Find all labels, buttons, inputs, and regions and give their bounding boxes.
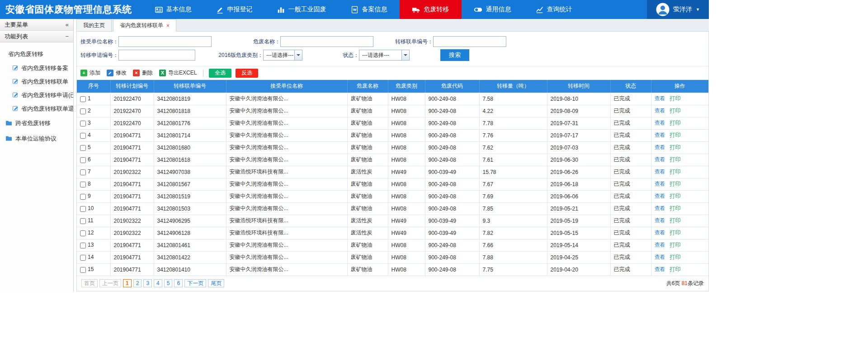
minimize-panel-icon[interactable]: − [65, 33, 69, 40]
print-link[interactable]: 打印 [670, 95, 681, 102]
view-link[interactable]: 查看 [655, 156, 665, 163]
pager-prev-button[interactable]: 上一页 [99, 279, 121, 287]
select-all-button[interactable]: 全选 [209, 69, 231, 78]
col-header-amount: 转移量（吨） [479, 80, 547, 93]
sidebar-item-transport-agreement[interactable]: 本单位运输协议 [0, 131, 73, 146]
collapse-sidebar-icon[interactable]: « [66, 21, 69, 28]
sidebar-item-transfer-apply[interactable]: 省内危废转移申请(已... [0, 89, 73, 102]
row-checkbox[interactable] [80, 243, 86, 248]
category-select-value: ---请选择--- [264, 50, 294, 60]
pager-last-button[interactable]: 尾页 [208, 279, 224, 287]
nav-item-hazwaste-transfer[interactable]: 危废转移 [400, 0, 462, 19]
print-link[interactable]: 打印 [670, 156, 681, 163]
receiver-name-input[interactable] [118, 36, 212, 47]
nav-item-query-statistics[interactable]: 查询统计 [524, 0, 585, 19]
tab-transfer-manifest[interactable]: 省内危废转移联单 × [113, 19, 176, 32]
search-button[interactable]: 搜索 [440, 49, 469, 61]
invert-selection-button[interactable]: 反选 [236, 69, 258, 78]
manifest-no-input[interactable] [433, 36, 506, 47]
row-checkbox[interactable] [80, 230, 86, 236]
view-link[interactable]: 查看 [655, 230, 665, 236]
cell-date: 2019-07-17 [547, 129, 610, 141]
pager-first-button[interactable]: 首页 [81, 279, 98, 287]
row-checkbox[interactable] [80, 206, 86, 212]
print-link[interactable]: 打印 [670, 205, 681, 211]
row-checkbox[interactable] [80, 194, 86, 200]
status-select[interactable]: ---请选择--- [359, 50, 410, 61]
action-toolbar: + 添加 修改 × 删除 X 导出EXCEL [77, 66, 708, 80]
view-link[interactable]: 查看 [655, 242, 665, 248]
print-link[interactable]: 打印 [670, 266, 681, 272]
print-link[interactable]: 打印 [670, 108, 681, 114]
nav-item-filing-info[interactable]: W 备案信息 [339, 0, 400, 19]
print-link[interactable]: 打印 [670, 254, 681, 260]
print-link[interactable]: 打印 [670, 193, 681, 199]
view-link[interactable]: 查看 [655, 181, 665, 187]
pager-page-5[interactable]: 5 [164, 279, 173, 287]
view-link[interactable]: 查看 [655, 120, 665, 126]
view-link[interactable]: 查看 [655, 254, 665, 260]
sidebar-item-cross-province-transfer[interactable]: 跨省危废转移 [0, 116, 73, 131]
print-link[interactable]: 打印 [670, 181, 681, 187]
print-link[interactable]: 打印 [670, 169, 681, 175]
row-checkbox[interactable] [80, 267, 86, 273]
export-excel-button[interactable]: X 导出EXCEL [159, 69, 197, 77]
waste-name-input[interactable] [280, 36, 373, 47]
add-button[interactable]: + 添加 [80, 69, 100, 77]
pager-page-3[interactable]: 3 [143, 279, 152, 287]
row-checkbox[interactable] [80, 157, 86, 163]
user-menu[interactable]: 萤洋洋 ▼ [647, 0, 709, 19]
row-checkbox[interactable] [80, 145, 86, 151]
sidebar-item-manifest-return[interactable]: 省内危废转移联单退... [0, 102, 73, 116]
chevron-down-icon[interactable] [294, 50, 302, 60]
view-link[interactable]: 查看 [655, 132, 665, 138]
nav-item-basic-info[interactable]: 基本信息 [143, 0, 204, 19]
delete-button[interactable]: × 删除 [133, 69, 153, 77]
view-link[interactable]: 查看 [655, 266, 665, 272]
nav-item-general-info[interactable]: 通用信息 [462, 0, 524, 19]
print-link[interactable]: 打印 [670, 144, 681, 150]
row-checkbox[interactable] [80, 218, 86, 224]
view-link[interactable]: 查看 [655, 95, 665, 102]
cell-operations: 查看打印 [651, 105, 708, 117]
sidebar-item-transfer-manifest[interactable]: 省内危废转移联单 [0, 75, 73, 89]
cell-manifest-no: 34124906295 [154, 215, 226, 227]
pager-next-button[interactable]: 下一页 [184, 279, 206, 287]
nav-item-declaration[interactable]: 申报登记 [204, 0, 265, 19]
row-checkbox[interactable] [80, 96, 86, 102]
view-link[interactable]: 查看 [655, 108, 665, 114]
row-checkbox[interactable] [80, 182, 86, 187]
close-icon[interactable]: × [166, 23, 170, 28]
sidebar-group-provincial-transfer[interactable]: 省内危废转移 [0, 47, 73, 61]
cell-plan-no: 201904771 [110, 129, 154, 141]
view-link[interactable]: 查看 [655, 144, 665, 150]
category-select[interactable]: ---请选择--- [263, 50, 302, 61]
edit-button[interactable]: 修改 [107, 69, 127, 77]
apply-no-input[interactable] [118, 50, 195, 61]
row-checkbox[interactable] [80, 133, 86, 139]
tab-my-home[interactable]: 我的主页 [76, 19, 112, 31]
pager-page-1[interactable]: 1 [123, 279, 132, 287]
view-link[interactable]: 查看 [655, 205, 665, 211]
sidebar-item-transfer-record[interactable]: 省内危废转移备案 [0, 61, 73, 75]
pager-page-4[interactable]: 4 [154, 279, 162, 287]
cell-plan-no: 201904771 [110, 239, 154, 251]
row-checkbox[interactable] [80, 121, 86, 126]
cell-company: 安徽中久润滑油有限公... [226, 141, 347, 154]
row-checkbox[interactable] [80, 169, 86, 175]
view-link[interactable]: 查看 [655, 217, 665, 224]
print-link[interactable]: 打印 [670, 120, 681, 126]
view-link[interactable]: 查看 [655, 193, 665, 199]
tab-label: 我的主页 [83, 22, 105, 29]
print-link[interactable]: 打印 [670, 242, 681, 248]
view-link[interactable]: 查看 [655, 169, 665, 175]
print-link[interactable]: 打印 [670, 217, 681, 224]
pager-page-6[interactable]: 6 [174, 279, 183, 287]
print-link[interactable]: 打印 [670, 132, 681, 138]
print-link[interactable]: 打印 [670, 230, 681, 236]
nav-item-industrial-waste[interactable]: 一般工业固废 [265, 0, 339, 19]
pager-page-2[interactable]: 2 [133, 279, 142, 287]
chevron-down-icon[interactable] [401, 50, 409, 60]
row-checkbox[interactable] [80, 255, 86, 261]
row-checkbox[interactable] [80, 108, 86, 114]
